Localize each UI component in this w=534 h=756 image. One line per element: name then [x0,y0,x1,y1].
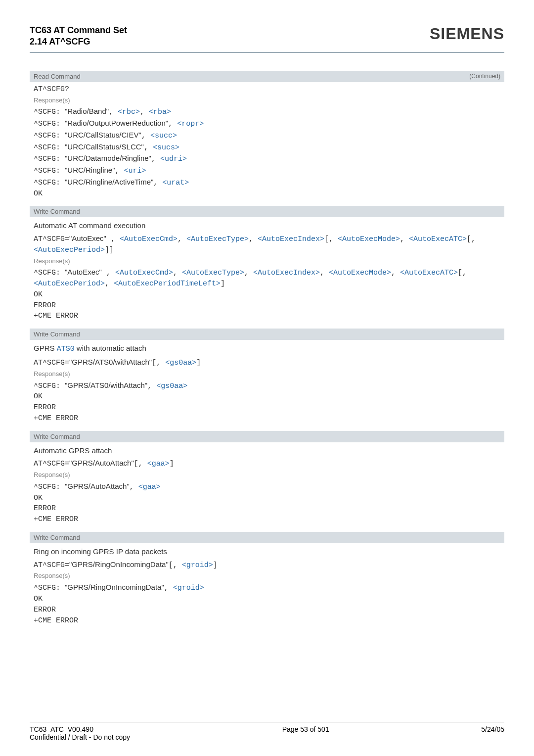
read-command-block: AT^SCFG? Response(s) ^SCFG: "Radio/Band"… [30,82,504,204]
param-token: <AutoExecCmd> [115,269,173,277]
response-line: ^SCFG: "GPRS/RingOnIncomingData", <groid… [34,582,500,594]
status-line: ERROR [34,300,500,311]
write-command-bar: Write Command [30,532,504,543]
response-line: ^SCFG: "URC/Ringline", <uri> [34,165,500,177]
write-cmd: AT^SCFG="AutoExec" , <AutoExecCmd>, <Aut… [34,233,500,256]
param-token: <gaa> [138,483,161,491]
status-line: +CME ERROR [34,413,500,424]
status-line: +CME ERROR [34,514,500,525]
param-token: <AutoExecATC> [409,235,467,243]
footer-left: TC63_ATC_V00.490 Confidential / Draft - … [30,725,130,741]
write-command-block: GPRS ATS0 with automatic attachAT^SCFG="… [30,340,504,428]
response-label: Response(s) [34,257,500,266]
write-command-block: Ring on incoming GPRS IP data packetsAT^… [30,543,504,631]
write-subtitle: Automatic AT command execution [34,220,500,231]
response-label: Response(s) [34,96,500,105]
status-line: OK [34,391,500,402]
response-line: ^SCFG: "URC/Ringline/ActiveTime", <urat> [34,177,500,189]
write-subtitle: GPRS ATS0 with automatic attach [34,343,500,355]
response-label: Response(s) [34,370,500,379]
param-token: <AutoExecMode> [329,269,391,277]
status-line: ERROR [34,503,500,514]
param-token: <gaa> [147,460,170,468]
write-command-label: Write Command [34,433,80,440]
param-token: <AutoExecATC> [400,269,458,277]
title-line2: 2.14 AT^SCFG [30,36,127,47]
header-divider [30,52,504,53]
write-command-bar: Write Command [30,329,504,340]
response-line: ^SCFG: "Radio/Band", <rbc>, <rba> [34,106,500,118]
param-token: <AutoExecType> [186,235,249,243]
page-footer: TC63_ATC_V00.490 Confidential / Draft - … [30,722,504,741]
read-cmd: AT^SCFG? [34,84,500,95]
param-token: <urat> [162,179,189,187]
status-line: OK [34,289,500,300]
param-token: <rbc> [118,108,140,116]
write-command-bar: Write Command [30,206,504,217]
param-token: <uri> [124,167,146,175]
param-token: <groid> [182,561,213,569]
read-command-bar: Read Command (Continued) [30,71,504,82]
param-token: <gs0aa> [156,382,187,390]
param-token: <gs0aa> [165,359,196,367]
param-token: <AutoExecType> [182,269,244,277]
response-line: ^SCFG: "GPRS/AutoAttach", <gaa> [34,481,500,493]
footer-center: Page 53 of 501 [282,725,329,741]
response-line: ^SCFG: "URC/CallStatus/SLCC", <sucs> [34,142,500,153]
param-token: <sucs> [153,143,179,152]
status-line: ERROR [34,402,500,413]
param-token: <AutoExecIndex> [253,269,320,277]
status-line: ERROR [34,605,500,615]
response-line: ^SCFG: "GPRS/ATS0/withAttach", <gs0aa> [34,380,500,392]
write-subtitle: Automatic GPRS attach [34,445,500,456]
write-cmd: AT^SCFG="GPRS/ATS0/withAttach"[, <gs0aa>… [34,357,500,369]
write-subtitle: Ring on incoming GPRS IP data packets [34,546,500,557]
write-command-block: Automatic GPRS attachAT^SCFG="GPRS/AutoA… [30,442,504,530]
response-line: ^SCFG: "URC/Datamode/Ringline", <udri> [34,153,500,165]
brand-logo: SIEMENS [430,25,504,43]
page-header: TC63 AT Command Set 2.14 AT^SCFG SIEMENS [30,25,504,48]
footer-right: 5/24/05 [481,725,504,741]
param-token: <AutoExecCmd> [120,235,178,243]
write-command-label: Write Command [34,208,80,215]
response-line: ^SCFG: "URC/CallStatus/CIEV", <succ> [34,130,500,142]
status-line: +CME ERROR [34,311,500,322]
response-line: ^SCFG: "Radio/OutputPowerReduction", <ro… [34,118,500,130]
write-cmd: AT^SCFG="GPRS/AutoAttach"[, <gaa>] [34,458,500,470]
status-ok: OK [34,189,500,199]
param-token: <ropr> [177,120,204,128]
response-line: ^SCFG: "AutoExec" , <AutoExecCmd>, <Auto… [34,267,500,289]
status-line: +CME ERROR [34,615,500,626]
status-line: OK [34,594,500,605]
param-token: <AutoExecMode> [338,235,400,243]
param-token: <AutoExecIndex> [258,235,324,243]
param-token: <udri> [160,155,187,163]
param-token: <AutoExecPeriod> [34,280,105,288]
write-command-bar: Write Command [30,431,504,442]
param-token: <AutoExecPeriodTimeLeft> [114,280,221,288]
continued-label: (Continued) [469,73,500,80]
title-line1: TC63 AT Command Set [30,25,127,36]
response-label: Response(s) [34,571,500,581]
param-token: <AutoExecPeriod> [34,246,105,254]
param-token: <rba> [149,108,171,116]
ats0-link[interactable]: ATS0 [57,345,75,353]
write-command-block: Automatic AT command executionAT^SCFG="A… [30,217,504,327]
header-title: TC63 AT Command Set 2.14 AT^SCFG [30,25,127,48]
write-cmd: AT^SCFG="GPRS/RingOnIncomingData"[, <gro… [34,559,500,571]
param-token: <groid> [173,584,204,592]
read-command-label: Read Command [34,73,81,80]
status-line: OK [34,493,500,504]
param-token: <succ> [150,132,177,140]
write-command-label: Write Command [34,534,80,541]
write-command-label: Write Command [34,331,80,338]
response-label: Response(s) [34,471,500,480]
